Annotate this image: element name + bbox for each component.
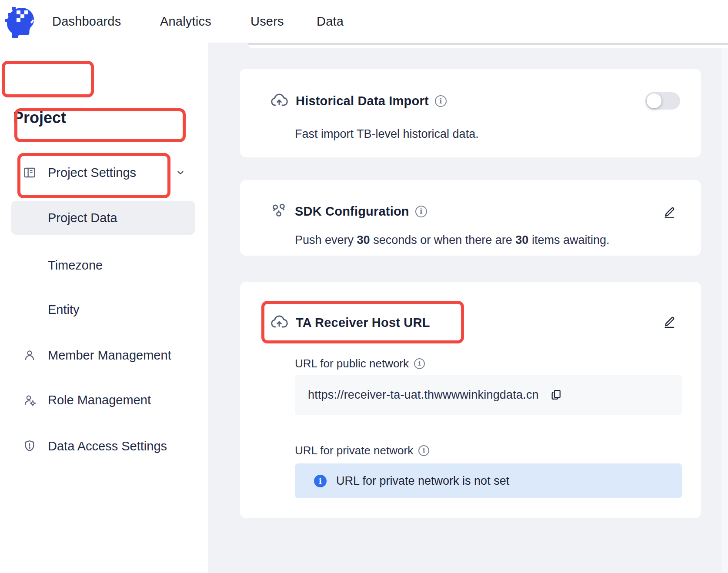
sidebar-item-timezone[interactable]: Timezone [0, 253, 208, 278]
sidebar-heading-project: Project [13, 109, 66, 127]
person-gear-icon [23, 393, 37, 407]
public-url-label-row: URL for public network i [295, 356, 425, 370]
sdk-nodes-icon [270, 202, 288, 220]
sidebar-item-project-settings[interactable]: Project Settings [0, 160, 208, 185]
historical-import-toggle[interactable] [645, 92, 680, 110]
sidebar-item-label: Timezone [48, 258, 103, 273]
card-title: SDK Configuration [295, 204, 409, 219]
sidebar-item-project-data[interactable]: Project Data [11, 201, 195, 235]
nav-item-data[interactable]: Data [317, 0, 344, 43]
nav-item-analytics[interactable]: Analytics [160, 0, 211, 43]
nav-item-users[interactable]: Users [250, 0, 284, 43]
sidebar-item-entity[interactable]: Entity [0, 297, 208, 322]
historical-data-import-card: Historical Data Import i Fast import TB-… [240, 69, 701, 157]
sdk-configuration-card: SDK Configuration i Push every 30 second… [240, 180, 701, 256]
info-filled-icon: i [314, 475, 327, 487]
public-url-field: https://receiver-ta-uat.thwwwwinkingdata… [295, 375, 682, 415]
copy-icon[interactable] [550, 389, 562, 401]
field-label-text: URL for public network [295, 357, 409, 370]
sidebar-item-label: Project Settings [48, 166, 136, 180]
info-icon[interactable]: i [415, 206, 427, 217]
sidebar-item-role-management[interactable]: Role Management [0, 387, 208, 413]
person-icon [23, 348, 37, 362]
chevron-down-icon [176, 168, 185, 177]
sidebar-item-data-access-settings[interactable]: Data Access Settings [0, 433, 208, 459]
info-icon[interactable]: i [418, 445, 429, 456]
shield-alert-icon [23, 439, 37, 453]
card-title: Historical Data Import [296, 94, 429, 108]
sidebar-item-label: Member Management [48, 348, 171, 363]
card-description: Push every 30 seconds or when there are … [295, 233, 609, 247]
card-title: TA Receiver Host URL [296, 316, 430, 330]
info-icon[interactable]: i [414, 358, 425, 369]
card-description: Fast import TB-level historical data. [295, 127, 479, 141]
sidebar-item-member-management[interactable]: Member Management [0, 343, 208, 368]
nav-item-dashboards[interactable]: Dashboards [52, 0, 121, 43]
private-url-not-set-alert: i URL for private network is not set [295, 463, 682, 498]
ta-receiver-host-url-card: TA Receiver Host URL URL for public netw… [240, 282, 701, 518]
edit-pencil-icon[interactable] [663, 206, 676, 219]
field-label-text: URL for private network [295, 444, 413, 457]
scrolled-card-edge [248, 43, 728, 48]
cloud-upload-icon [270, 313, 289, 332]
sidebar-item-label: Data Access Settings [48, 439, 167, 453]
sidebar-item-label: Entity [48, 303, 80, 317]
top-nav: Dashboards Analytics Users Data [0, 0, 728, 43]
main-content: Historical Data Import i Fast import TB-… [208, 43, 728, 573]
alert-text: URL for private network is not set [336, 474, 509, 488]
sidebar-item-label: Role Management [48, 393, 151, 407]
panel-layout-icon [23, 166, 37, 180]
edit-pencil-icon[interactable] [663, 316, 676, 329]
cloud-upload-icon [270, 91, 289, 110]
info-icon[interactable]: i [435, 95, 447, 107]
scrollbar-track[interactable] [721, 48, 728, 573]
private-url-label-row: URL for private network i [295, 443, 429, 457]
public-url-value: https://receiver-ta-uat.thwwwwinkingdata… [308, 388, 539, 402]
sidebar-item-label: Project Data [48, 211, 117, 225]
sidebar: Project Project Settings Project Data Ti… [0, 43, 208, 573]
thinkingdata-logo-icon[interactable] [3, 3, 37, 39]
toggle-knob [647, 93, 661, 108]
